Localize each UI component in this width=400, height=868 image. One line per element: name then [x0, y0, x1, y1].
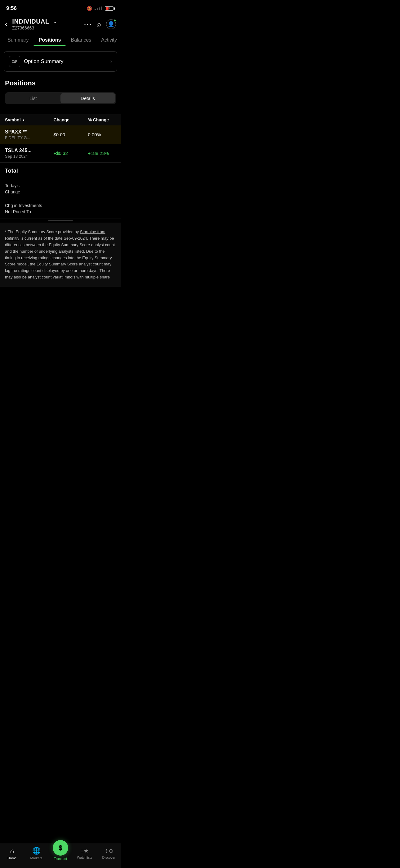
symbol-cell-tsla: TSLA 245... Sep 13 2024	[0, 144, 49, 163]
option-icon: C/P	[9, 56, 20, 67]
list-toggle-button[interactable]: List	[6, 93, 61, 103]
tab-balances[interactable]: Balances	[66, 34, 96, 46]
positions-table: Symbol ▲ Change % Change Day Tr SPAXX **…	[0, 114, 121, 179]
battery-icon: 1	[105, 6, 115, 10]
summary-row-chg-investments: Chg in InvestmentsNot Priced To...	[0, 199, 121, 219]
signal-icon	[95, 6, 102, 10]
scroll-indicator	[48, 220, 73, 221]
table-header: Symbol ▲ Change % Change Day Tr	[0, 114, 121, 125]
change-cell-tsla: +$0.32	[49, 144, 83, 163]
col-change[interactable]: Change	[49, 114, 83, 125]
more-button[interactable]: ···	[84, 21, 92, 28]
option-summary-left: C/P Option Summary	[9, 56, 64, 67]
sort-arrow-icon: ▲	[22, 118, 25, 122]
disclaimer: * The Equity Summary Score provided by S…	[0, 223, 121, 286]
table-row[interactable]: TSLA 245... Sep 13 2024 +$0.32 +188.23%	[0, 144, 121, 163]
search-button[interactable]: ⌕	[97, 20, 101, 28]
mute-icon: 🔕	[87, 6, 92, 11]
total-row: Total	[0, 163, 121, 180]
disclaimer-text-before-link: The Equity Summary Score provided by	[7, 229, 80, 234]
summary-section: Today'sChange Chg in InvestmentsNot Pric…	[0, 179, 121, 221]
table-row[interactable]: SPAXX ** FIDELITY G... $0.00 0.00%	[0, 125, 121, 144]
tabs-bar: Summary Positions Balances Activity	[0, 34, 121, 46]
positions-section: Positions List Details	[0, 77, 121, 114]
symbol-cell-spaxx: SPAXX ** FIDELITY G...	[0, 125, 49, 144]
account-name: INDIVIDUAL	[12, 18, 49, 25]
summary-label-todays-change: Today'sChange	[5, 183, 67, 195]
option-summary-chevron: ›	[110, 58, 112, 65]
disclaimer-text-main: is current as of the date Sep-09-2024. T…	[5, 236, 115, 279]
option-summary-banner[interactable]: C/P Option Summary ›	[4, 51, 117, 72]
avatar-icon: 👤	[108, 21, 114, 28]
positions-table-container: Symbol ▲ Change % Change Day Tr SPAXX **…	[0, 114, 121, 179]
view-toggle: List Details	[5, 92, 116, 104]
change-cell-spaxx: $0.00	[49, 125, 83, 144]
col-symbol[interactable]: Symbol ▲	[0, 114, 49, 125]
details-toggle-button[interactable]: Details	[61, 93, 115, 103]
avatar-online-dot	[113, 19, 116, 22]
status-right: 🔕 1	[87, 6, 115, 11]
avatar-button[interactable]: 👤	[106, 19, 116, 29]
account-number: Z27366663	[12, 26, 81, 30]
positions-title: Positions	[5, 79, 116, 87]
back-button[interactable]: ‹	[5, 19, 10, 30]
pct-change-cell-tsla: +188.23%	[83, 144, 121, 163]
status-bar: 9:56 🔕 1	[0, 0, 121, 16]
option-summary-label: Option Summary	[24, 58, 64, 65]
pct-change-cell-spaxx: 0.00%	[83, 125, 121, 144]
col-percent-change[interactable]: % Change	[83, 114, 121, 125]
tab-activity[interactable]: Activity	[96, 34, 121, 46]
account-info: INDIVIDUAL ⌄ Z27366663	[12, 18, 81, 30]
tab-positions[interactable]: Positions	[33, 34, 66, 46]
header: ‹ INDIVIDUAL ⌄ Z27366663 ··· ⌕ 👤	[0, 16, 121, 34]
summary-label-chg-investments: Chg in InvestmentsNot Priced To...	[5, 203, 67, 215]
tab-summary[interactable]: Summary	[2, 34, 33, 46]
disclaimer-text-end: mbols with multiple share	[65, 275, 110, 279]
account-dropdown-icon[interactable]: ⌄	[53, 19, 57, 24]
total-label: Total	[0, 163, 121, 180]
summary-row-todays-change: Today'sChange	[0, 179, 121, 199]
status-time: 9:56	[6, 5, 17, 11]
header-actions: ··· ⌕ 👤	[84, 19, 116, 29]
